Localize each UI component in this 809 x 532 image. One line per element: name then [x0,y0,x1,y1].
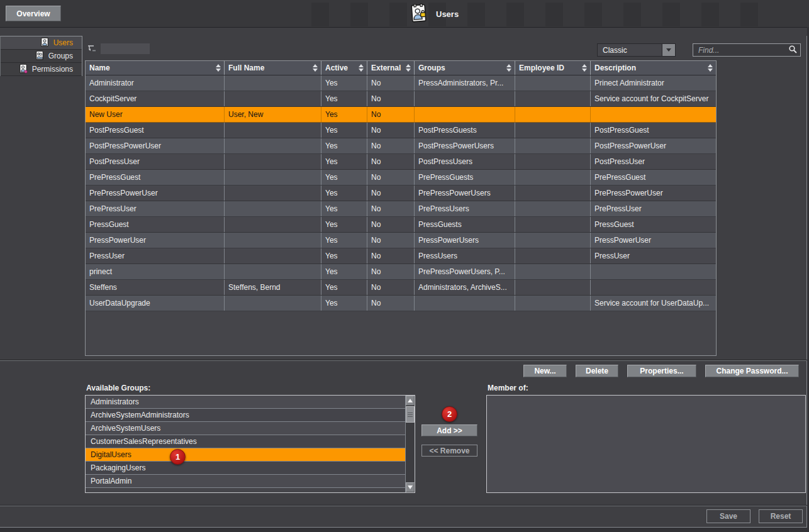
user-cell[interactable] [591,264,716,279]
user-row-postpresspoweruser[interactable]: PostPressPowerUserYesNoPostPressPowerUse… [86,138,716,154]
user-cell[interactable] [515,233,591,248]
user-cell[interactable] [225,217,321,232]
user-cell[interactable]: PrePressGuest [86,170,225,185]
scrollbar-thumb[interactable] [406,406,415,423]
user-row-pressguest[interactable]: PressGuestYesNoPressGuestsPressGuest [86,217,716,233]
user-cell[interactable] [515,170,591,185]
change-password-button[interactable]: Change Password... [705,365,799,377]
view-mode-select[interactable]: Classic [597,43,676,57]
user-row-presspoweruser[interactable]: PressPowerUserYesNoPressPowerUsersPressP… [86,233,716,248]
user-cell[interactable] [591,107,716,122]
user-cell[interactable] [225,91,321,106]
user-cell[interactable]: No [367,186,415,201]
user-row-postpressguest[interactable]: PostPressGuestYesNoPostPressGuestsPostPr… [86,123,716,138]
user-cell[interactable]: Yes [321,123,367,138]
user-cell[interactable]: PrePressPowerUsers, P... [415,264,515,279]
user-cell[interactable]: Yes [321,170,367,185]
user-cell[interactable]: Yes [321,75,367,91]
user-cell[interactable]: Yes [321,138,367,153]
user-cell[interactable]: No [367,107,415,122]
user-cell[interactable]: No [367,233,415,248]
user-cell[interactable] [225,201,321,216]
user-cell[interactable] [225,248,321,263]
user-cell[interactable]: No [367,154,415,169]
user-cell[interactable] [591,280,716,295]
user-cell[interactable] [515,248,591,263]
user-cell[interactable]: PostPressGuest [591,123,716,138]
user-cell[interactable]: PressGuest [86,217,225,232]
user-row-pressuser[interactable]: PressUserYesNoPressUsersPressUser [86,248,716,264]
user-cell[interactable]: PostPressGuests [415,123,515,138]
user-row-prepressuser[interactable]: PrePressUserYesNoPrePressUsersPrePressUs… [86,201,716,217]
column-header-name[interactable]: Name [86,61,225,75]
hierarchy-view-icon[interactable] [87,45,98,54]
user-cell[interactable]: Yes [321,186,367,201]
user-cell[interactable]: PrePressPowerUser [86,186,225,201]
user-cell[interactable]: Yes [321,264,367,279]
user-cell[interactable]: PrePressUser [591,201,716,216]
new-user-button[interactable]: New... [523,365,567,377]
user-cell[interactable]: Yes [321,107,367,122]
overview-button[interactable]: Overview [6,6,61,21]
user-cell[interactable] [515,154,591,169]
user-cell[interactable]: PrePressGuest [591,170,716,185]
user-cell[interactable]: No [367,75,415,91]
user-cell[interactable]: PressGuest [591,217,716,232]
group-item-portaladmin[interactable]: PortalAdmin [86,475,405,488]
user-cell[interactable] [515,264,591,279]
sort-icon[interactable] [406,64,411,72]
group-item-packagingusers[interactable]: PackagingUsers [86,462,405,475]
sort-icon[interactable] [359,64,364,72]
user-cell[interactable]: Yes [321,154,367,169]
sort-icon[interactable] [708,64,713,72]
user-cell[interactable] [515,123,591,138]
sort-icon[interactable] [582,64,587,72]
user-cell[interactable] [515,186,591,201]
user-cell[interactable] [225,170,321,185]
user-cell[interactable] [415,296,515,311]
group-item-archivesystemusers[interactable]: ArchiveSystemUsers [86,422,405,435]
user-cell[interactable]: No [367,248,415,263]
user-cell[interactable] [225,296,321,311]
user-cell[interactable]: Steffens [86,280,225,295]
user-cell[interactable]: No [367,170,415,185]
group-item-customersalesrepresentatives[interactable]: CustomerSalesRepresentatives [86,435,405,448]
user-cell[interactable] [515,75,591,91]
user-cell[interactable]: Prinect Administrator [591,75,716,91]
user-cell[interactable] [515,138,591,153]
user-cell[interactable]: Administrator [86,75,225,91]
properties-button[interactable]: Properties... [627,365,696,377]
user-row-new-user[interactable]: New UserUser, NewYesNo [86,107,716,123]
user-cell[interactable]: PressPowerUser [86,233,225,248]
user-cell[interactable]: Yes [321,296,367,311]
user-cell[interactable]: No [367,296,415,311]
user-cell[interactable]: PostPressUsers [415,154,515,169]
user-cell[interactable] [225,154,321,169]
user-cell[interactable]: PrePressPowerUsers [415,186,515,201]
user-cell[interactable] [515,91,591,106]
user-cell[interactable]: No [367,123,415,138]
remove-group-button[interactable]: << Remove [421,445,477,457]
group-item-archivesystemadministrators[interactable]: ArchiveSystemAdministrators [86,409,405,422]
sort-icon[interactable] [506,64,511,72]
user-cell[interactable]: CockpitServer [86,91,225,106]
user-cell[interactable]: Service account for UserDataUp... [591,296,716,311]
user-cell[interactable]: Administrators, ArchiveS... [415,280,515,295]
user-cell[interactable]: Yes [321,233,367,248]
user-cell[interactable] [515,217,591,232]
group-item-administrators[interactable]: Administrators [86,396,405,409]
user-cell[interactable] [515,201,591,216]
user-cell[interactable]: Yes [321,248,367,263]
column-header-full-name[interactable]: Full Name [225,61,321,75]
user-cell[interactable] [225,233,321,248]
user-cell[interactable]: Steffens, Bernd [225,280,321,295]
user-cell[interactable] [415,107,515,122]
column-header-description[interactable]: Description [591,61,716,75]
user-cell[interactable]: PressUser [591,248,716,263]
user-cell[interactable]: PostPressGuest [86,123,225,138]
user-cell[interactable] [225,75,321,91]
sort-icon[interactable] [313,64,318,72]
user-cell[interactable]: No [367,217,415,232]
user-row-administrator[interactable]: AdministratorYesNoPressAdministrators, P… [86,75,716,91]
user-row-prepressguest[interactable]: PrePressGuestYesNoPrePressGuestsPrePress… [86,170,716,186]
